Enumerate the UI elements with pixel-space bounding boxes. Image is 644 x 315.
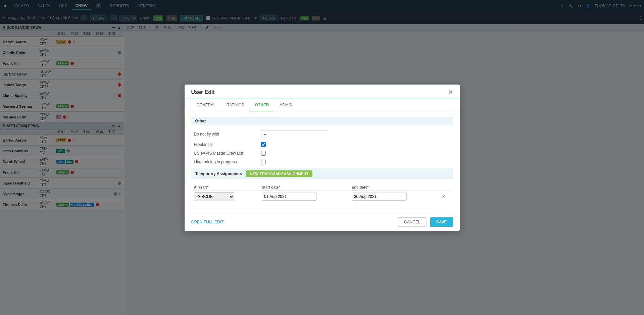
modal-tabs: GENERAL RATINGS OTHER ADMIN	[185, 99, 460, 111]
col-start-date: Start date*	[259, 184, 349, 191]
col-aircraft: Aircraft*	[191, 184, 259, 191]
tab-admin[interactable]: ADMIN	[274, 99, 298, 111]
do-not-fly-input[interactable]	[261, 130, 328, 138]
end-date-input[interactable]	[352, 193, 407, 201]
col-action	[439, 184, 453, 191]
modal-header: User Edit ✕	[185, 85, 460, 99]
eapis-label: US eAPIS Master Crew List	[194, 151, 261, 156]
start-date-cell	[259, 191, 349, 202]
col-end-date: End date*	[349, 184, 439, 191]
save-button[interactable]: SAVE	[430, 217, 453, 227]
assignment-table: Aircraft* Start date* End date* A-BCDE	[191, 184, 453, 202]
tab-ratings[interactable]: RATINGS	[221, 99, 249, 111]
modal-close-button[interactable]: ✕	[448, 89, 453, 95]
cancel-button[interactable]: CANCEL	[398, 217, 427, 227]
footer-buttons: CANCEL SAVE	[398, 217, 453, 227]
temp-assign-label: Temporary Assignments	[195, 171, 242, 176]
line-training-checkbox[interactable]	[261, 160, 266, 164]
aircraft-select[interactable]: A-BCDE	[194, 192, 234, 201]
assignment-row: A-BCDE ✕	[191, 191, 453, 202]
modal-footer: OPEN FULL EDIT CANCEL SAVE	[185, 213, 460, 231]
modal-overlay: User Edit ✕ GENERAL RATINGS OTHER ADMIN …	[0, 0, 644, 315]
remove-cell: ✕	[439, 191, 453, 202]
modal-title: User Edit	[191, 89, 215, 95]
freelancer-checkbox[interactable]	[261, 142, 266, 147]
tab-other[interactable]: OTHER	[249, 99, 274, 111]
aircraft-cell: A-BCDE	[191, 191, 259, 202]
eapis-checkbox[interactable]	[261, 151, 266, 156]
freelancer-label: Freelancer	[194, 142, 261, 147]
user-edit-modal: User Edit ✕ GENERAL RATINGS OTHER ADMIN …	[185, 85, 460, 231]
temp-assign-header: Temporary Assignments NEW TEMPORARY ASSI…	[191, 168, 453, 179]
start-date-input[interactable]	[262, 193, 317, 201]
do-not-fly-label: Do not fly with	[194, 132, 261, 137]
line-training-row: Line training in progress	[191, 160, 453, 164]
line-training-label: Line training in progress	[194, 160, 261, 164]
modal-body: Other Do not fly with Freelancer US eAPI…	[185, 111, 460, 213]
do-not-fly-row: Do not fly with	[191, 130, 453, 138]
tab-general[interactable]: GENERAL	[191, 99, 221, 111]
end-date-cell	[349, 191, 439, 202]
remove-assignment-button[interactable]: ✕	[442, 194, 446, 199]
open-full-edit-button[interactable]: OPEN FULL EDIT	[191, 220, 224, 224]
other-section-header: Other	[191, 117, 453, 125]
freelancer-row: Freelancer	[191, 142, 453, 147]
eapis-row: US eAPIS Master Crew List	[191, 151, 453, 156]
new-temp-assignment-button[interactable]: NEW TEMPORARY ASSIGNMENT	[246, 170, 312, 177]
